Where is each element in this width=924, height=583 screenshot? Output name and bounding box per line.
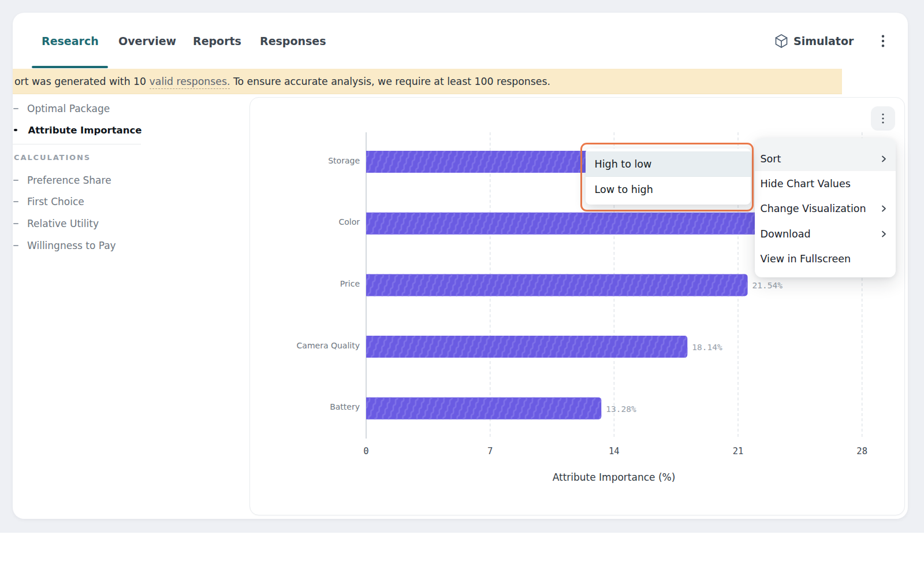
tab-overview[interactable]: Overview: [118, 34, 176, 48]
dot-bullet-icon: [14, 129, 17, 132]
submenu-item-high-to-low[interactable]: High to low: [586, 151, 751, 177]
kebab-icon: [881, 113, 885, 124]
sidebar-item-first-choice[interactable]: First Choice: [13, 195, 84, 208]
sidebar-item-willingness-to-pay[interactable]: Willingness to Pay: [13, 239, 116, 252]
main-card: Research Overview Reports Responses Simu…: [13, 13, 908, 519]
chevron-right-icon: [880, 155, 888, 163]
svg-text:13.28%: 13.28%: [606, 404, 636, 414]
sidebar-item-preference-share[interactable]: Preference Share: [13, 174, 111, 187]
kebab-icon: [881, 35, 885, 47]
sort-submenu: High to low Low to high: [586, 148, 751, 205]
svg-text:Attribute Importance (%): Attribute Importance (%): [553, 471, 676, 483]
dash-bullet-icon: [13, 180, 18, 181]
active-tab-indicator: [32, 66, 108, 68]
sort-submenu-highlight-box: High to low Low to high: [580, 143, 754, 211]
warning-banner: ort was generated with 10 valid response…: [13, 69, 842, 94]
simulator-label: Simulator: [793, 35, 854, 47]
svg-text:0: 0: [363, 446, 368, 456]
valid-responses-link[interactable]: valid responses.: [150, 76, 230, 89]
svg-text:18.14%: 18.14%: [692, 343, 722, 352]
dash-bullet-icon: [13, 245, 18, 247]
svg-text:Battery: Battery: [330, 402, 360, 411]
tab-responses[interactable]: Responses: [260, 34, 326, 48]
warning-banner-text: ort was generated with 10 valid response…: [14, 76, 550, 87]
svg-text:Color: Color: [338, 217, 360, 226]
submenu-item-low-to-high[interactable]: Low to high: [586, 177, 751, 202]
menu-item-download[interactable]: Download: [755, 221, 896, 246]
svg-text:Price: Price: [340, 279, 360, 288]
svg-text:28: 28: [856, 446, 867, 456]
cube-icon: [774, 34, 789, 49]
menu-item-hide-chart-values[interactable]: Hide Chart Values: [755, 171, 896, 196]
svg-text:21.54%: 21.54%: [752, 281, 783, 290]
chart-card: 07142128Storage19.50%Color27.54%Price21.…: [249, 97, 905, 515]
tab-reports[interactable]: Reports: [193, 34, 241, 48]
svg-text:Storage: Storage: [328, 156, 360, 165]
svg-text:Camera Quality: Camera Quality: [297, 341, 360, 350]
svg-text:7: 7: [487, 446, 493, 456]
dash-bullet-icon: [13, 201, 18, 203]
svg-text:21: 21: [733, 446, 744, 456]
menu-item-change-visualization[interactable]: Change Visualization: [755, 196, 896, 221]
dash-bullet-icon: [13, 108, 18, 110]
top-navbar: Research Overview Reports Responses Simu…: [13, 13, 908, 70]
chevron-right-icon: [880, 230, 888, 238]
sidebar-item-optimal-package[interactable]: Optimal Package: [13, 102, 110, 115]
sidebar-item-relative-utility[interactable]: Relative Utility: [13, 217, 99, 230]
sidebar-item-attribute-importance[interactable]: Attribute Importance: [13, 124, 141, 136]
svg-text:14: 14: [609, 446, 620, 456]
chevron-right-icon: [880, 205, 888, 213]
chart-options-button[interactable]: [871, 106, 895, 131]
tab-research[interactable]: Research: [42, 34, 99, 48]
chart-context-menu: Sort Hide Chart Values Change Visualizat…: [755, 138, 896, 277]
sidebar-divider: [13, 144, 141, 144]
menu-item-view-in-fullscreen[interactable]: View in Fullscreen: [755, 247, 896, 272]
app-window: Research Overview Reports Responses Simu…: [0, 0, 924, 583]
simulator-button[interactable]: Simulator: [774, 34, 854, 48]
dash-bullet-icon: [13, 223, 18, 225]
nav-kebab-button[interactable]: [876, 29, 890, 53]
sidebar-section-heading: CALCULATIONS: [14, 153, 91, 162]
menu-item-sort[interactable]: Sort: [755, 138, 896, 171]
